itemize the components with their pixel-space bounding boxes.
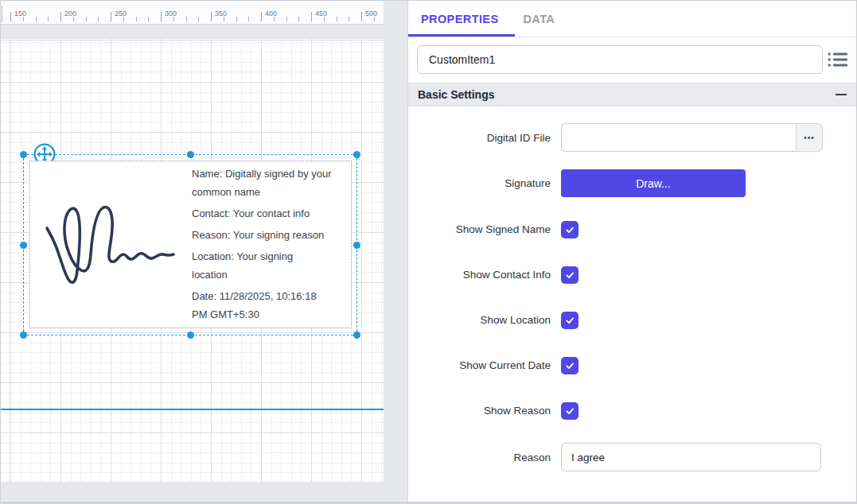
reason-input[interactable] (561, 443, 821, 471)
collapse-icon[interactable] (836, 94, 847, 95)
signature-details-text: Name: Digitally signed by yourcommon nam… (192, 165, 352, 327)
check-icon (563, 405, 576, 417)
ruler-minor-tick (148, 17, 149, 21)
digital-id-input[interactable] (561, 123, 796, 152)
ruler-tick-label: 250 (115, 10, 127, 17)
reason-label: Reason (408, 452, 551, 463)
ruler-tick-label: 300 (165, 10, 177, 17)
page-boundary-line (1, 409, 384, 410)
ruler-minor-tick (236, 17, 237, 21)
ruler-minor-tick (374, 17, 375, 21)
reason-row: Reason (408, 443, 857, 471)
report-designer-window: 150200250300350400450500 Nam (0, 0, 857, 504)
ruler-minor-tick (248, 17, 249, 21)
design-canvas[interactable]: 150200250300350400450500 Nam (1, 1, 407, 502)
panel-tabs: PROPERTIES DATA (408, 1, 857, 37)
ruler-minor-tick (274, 17, 275, 21)
ruler-minor-tick (298, 17, 299, 21)
ruler-minor-tick (73, 17, 74, 21)
ruler-minor-tick (123, 17, 124, 21)
check-icon (563, 359, 576, 372)
signature-text-line: Contact: Your contact info (192, 204, 352, 223)
resize-handle-bottom-left[interactable] (20, 331, 27, 339)
resize-handle-top-left[interactable] (20, 151, 27, 158)
ruler-tick-label: 150 (14, 10, 26, 17)
check-icon (563, 223, 576, 236)
properties-panel: PROPERTIES DATA Basic Settings Digital I… (407, 1, 857, 502)
active-tab-underline (408, 34, 515, 37)
ruler-minor-tick (98, 17, 99, 21)
ruler-minor-tick (324, 17, 325, 21)
ruler-minor-tick (224, 17, 224, 21)
ruler-tick-label: 450 (315, 10, 327, 17)
browse-button[interactable]: ••• (796, 123, 823, 152)
ruler-minor-tick (36, 17, 37, 21)
show-option-label: Show Signed Name (408, 221, 551, 238)
show-option-label: Show Location (408, 312, 551, 329)
show-option-row: Show Reason (408, 402, 857, 420)
checkbox-checked[interactable] (561, 221, 578, 238)
signature-text-line: Location: Your signinglocation (192, 247, 352, 284)
ruler-minor-tick (86, 17, 87, 21)
digital-id-row: Digital ID File ••• (408, 123, 857, 152)
signature-row: Signature Draw... (408, 169, 857, 197)
ruler-minor-tick (198, 17, 199, 21)
show-option-row: Show Current Date (408, 357, 857, 374)
show-option-label: Show Contact Info (408, 266, 551, 284)
resize-handle-bottom-center[interactable] (187, 331, 194, 339)
checkbox-checked[interactable] (561, 312, 578, 329)
item-name-input[interactable] (417, 45, 823, 74)
resize-handle-bottom-right[interactable] (353, 331, 360, 339)
checkbox-checked[interactable] (561, 357, 578, 374)
tab-data[interactable]: DATA (523, 13, 555, 25)
basic-settings-header[interactable]: Basic Settings (408, 83, 857, 107)
resize-handle-middle-left[interactable] (20, 242, 27, 249)
checkbox-rows: Show Signed Name Show Contact Info Show … (408, 221, 857, 420)
signature-text-line: Name: Digitally signed by yourcommon nam… (192, 165, 352, 201)
list-menu-icon[interactable] (828, 51, 848, 68)
ruler-minor-tick (349, 17, 349, 21)
resize-handle-top-right[interactable] (353, 151, 360, 158)
ruler-tick (211, 12, 212, 21)
draw-button[interactable]: Draw... (561, 169, 746, 197)
check-icon (563, 269, 576, 281)
show-option-row: Show Location (408, 312, 857, 329)
ruler-tick-label: 350 (215, 10, 227, 17)
check-icon (563, 314, 576, 327)
ruler-tick (261, 12, 262, 21)
digital-id-label: Digital ID File (408, 132, 551, 144)
tab-properties[interactable]: PROPERTIES (421, 13, 498, 25)
ruler-minor-tick (23, 17, 24, 21)
show-option-row: Show Contact Info (408, 266, 857, 284)
ruler-minor-tick (337, 17, 337, 21)
signature-label: Signature (408, 177, 551, 189)
show-option-label: Show Current Date (408, 357, 551, 374)
checkbox-checked[interactable] (561, 266, 578, 284)
checkbox-checked[interactable] (561, 402, 578, 420)
resize-handle-middle-right[interactable] (353, 242, 360, 249)
show-option-label: Show Reason (408, 402, 551, 420)
ruler-edge-mark (2, 6, 2, 22)
ruler-tick (10, 12, 11, 21)
ruler-tick-label: 400 (265, 10, 277, 17)
ruler-minor-tick (173, 17, 174, 21)
ruler-minor-tick (136, 17, 137, 21)
ruler-minor-tick (186, 17, 187, 21)
ruler-tick (311, 12, 312, 21)
ruler-tick (161, 12, 162, 21)
signature-text-line: Reason: Your signing reason (192, 226, 352, 244)
horizontal-ruler: 150200250300350400450500 (1, 1, 384, 25)
section-title: Basic Settings (418, 88, 494, 101)
signature-drawing (37, 184, 188, 319)
ruler-tick (361, 12, 362, 21)
resize-handle-top-center[interactable] (187, 151, 194, 158)
show-option-row: Show Signed Name (408, 221, 857, 238)
ruler-tick (60, 12, 61, 21)
item-name-row (408, 37, 857, 83)
ruler-minor-tick (48, 17, 49, 21)
ruler-tick (111, 12, 111, 21)
ruler-tick-label: 200 (64, 10, 76, 17)
ruler-minor-tick (286, 17, 287, 21)
signature-text-line: Date: 11/28/2025, 10:16:18PM GMT+5:30 (192, 287, 352, 324)
ruler-tick-label: 500 (365, 10, 377, 17)
